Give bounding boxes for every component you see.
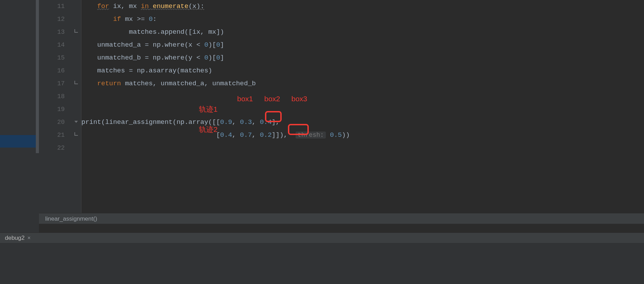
- kw-return: return: [97, 80, 121, 87]
- line-number: 19: [39, 103, 71, 116]
- tok: 0.3: [240, 118, 252, 126]
- sidebar-selected-row: [0, 135, 39, 148]
- sidebar-scrollbar[interactable]: [36, 0, 39, 153]
- code-line[interactable]: if mx >= 0:: [81, 13, 644, 26]
- code-line[interactable]: [0.4, 0.7, 0.2]]), thresh: 0.5)): [81, 129, 644, 142]
- tok: 0.5: [330, 131, 342, 139]
- fold-marker[interactable]: [71, 26, 81, 39]
- tok: ]: [220, 54, 224, 62]
- tok: 0.2: [260, 131, 272, 139]
- fold-marker[interactable]: [71, 103, 81, 116]
- fold-marker[interactable]: [71, 77, 81, 90]
- tok: enumerate: [149, 2, 188, 10]
- tok: ,: [232, 118, 240, 126]
- tok: 0: [149, 15, 153, 23]
- tok: mx: [129, 2, 141, 10]
- line-number: 17: [39, 77, 71, 90]
- line-number: 11: [39, 0, 71, 13]
- tok: [: [81, 131, 220, 139]
- tok: unmatched_a: [161, 80, 204, 87]
- code-line[interactable]: matches.append([ix, mx]): [81, 26, 644, 39]
- tok: ,: [232, 131, 240, 139]
- close-icon[interactable]: ×: [27, 235, 31, 241]
- tok: 0: [216, 41, 220, 49]
- tok: 0: [216, 54, 220, 62]
- fold-marker[interactable]: [71, 39, 81, 52]
- code-line[interactable]: [81, 90, 644, 103]
- code-line[interactable]: unmatched_a = np.where(x < 0)[0]: [81, 39, 644, 52]
- breadcrumb-item[interactable]: linear_assignment(): [45, 215, 97, 222]
- kw-in: in: [141, 2, 149, 10]
- tok: ix: [109, 2, 121, 10]
- fold-marker[interactable]: [71, 90, 81, 103]
- tok: )[: [208, 41, 216, 49]
- tok: ,: [204, 80, 212, 87]
- code-editor[interactable]: 11 12 13 14 15 16 17 18 19 20 21 22 for …: [39, 0, 644, 213]
- breadcrumb[interactable]: linear_assignment(): [39, 213, 644, 224]
- tok: ]]),: [272, 131, 295, 139]
- tok: 0: [204, 54, 208, 62]
- fold-marker[interactable]: [71, 0, 81, 13]
- tok: )[: [208, 54, 216, 62]
- line-number: 13: [39, 26, 71, 39]
- fold-marker[interactable]: [71, 64, 81, 77]
- code-line[interactable]: unmatched_b = np.where(y < 0)[0]: [81, 52, 644, 64]
- tok: unmatched_a = np.where(x <: [97, 41, 204, 49]
- line-number: 21: [39, 129, 71, 142]
- line-number: 16: [39, 64, 71, 77]
- tok: unmatched_b: [212, 80, 256, 87]
- fold-marker[interactable]: [71, 142, 81, 155]
- code-line[interactable]: matches = np.asarray(matches): [81, 64, 644, 77]
- tok: 0.4: [220, 131, 232, 139]
- code-line[interactable]: print(linear_assignment(np.array([[0.9, …: [81, 116, 644, 129]
- fold-gutter: [71, 0, 81, 213]
- tok: print(linear_assignment(np.array([[: [81, 118, 220, 126]
- tok: ,: [153, 80, 161, 87]
- tok: :: [153, 15, 156, 23]
- bottom-tab-bar: debug2 ×: [0, 232, 644, 243]
- parameter-hint: thresh:: [296, 132, 326, 139]
- tok: [326, 131, 330, 139]
- tok: ,: [200, 28, 208, 36]
- fold-marker[interactable]: [71, 116, 81, 129]
- code-area[interactable]: for ix, mx in enumerate(x): if mx >= 0: …: [81, 0, 644, 213]
- line-number: 20: [39, 116, 71, 129]
- fold-marker[interactable]: [71, 129, 81, 142]
- tok: unmatched_b = np.where(y <: [97, 54, 204, 62]
- tok: 0.7: [240, 131, 252, 139]
- tok: ]: [220, 41, 224, 49]
- kw-if: if: [113, 15, 121, 23]
- tab-debug2[interactable]: debug2 ×: [1, 233, 34, 243]
- tok: ,: [252, 118, 260, 126]
- tok: ],: [272, 118, 280, 126]
- tok: 0.9: [220, 118, 232, 126]
- tok: mx]): [208, 28, 224, 36]
- tok: (x):: [188, 2, 204, 10]
- code-line[interactable]: for ix, mx in enumerate(x):: [81, 0, 644, 13]
- line-number: 22: [39, 142, 71, 155]
- tok: )): [342, 131, 350, 139]
- tab-label: debug2: [5, 235, 25, 242]
- fold-marker[interactable]: [71, 13, 81, 26]
- line-number: 18: [39, 90, 71, 103]
- code-line[interactable]: return matches, unmatched_a, unmatched_b: [81, 77, 644, 90]
- tok: matches = np.asarray(matches): [97, 67, 212, 74]
- line-number: 15: [39, 52, 71, 64]
- tok: 0.4: [260, 118, 272, 126]
- bottom-panel: [0, 243, 644, 284]
- code-line[interactable]: [81, 103, 644, 116]
- tok: ,: [252, 131, 260, 139]
- line-number: 12: [39, 13, 71, 26]
- fold-marker[interactable]: [71, 52, 81, 64]
- line-number: 14: [39, 39, 71, 52]
- kw-for: for: [97, 2, 109, 10]
- code-line[interactable]: [81, 142, 644, 155]
- tok: matches.append([ix: [129, 28, 200, 36]
- line-number-gutter: 11 12 13 14 15 16 17 18 19 20 21 22: [39, 0, 71, 213]
- tok: matches: [121, 80, 153, 87]
- tok: ,: [121, 2, 129, 10]
- tok: 0: [204, 41, 208, 49]
- tok: mx >=: [121, 15, 149, 23]
